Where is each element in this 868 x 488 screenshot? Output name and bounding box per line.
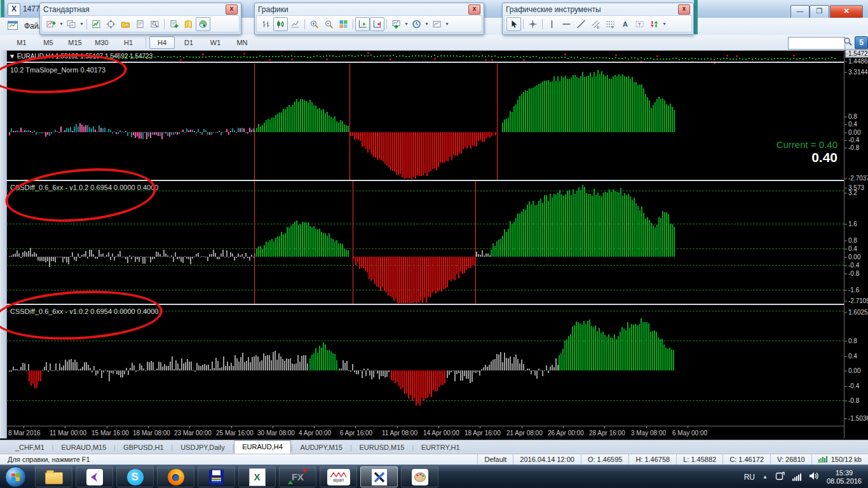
start-button[interactable] <box>5 466 26 487</box>
strategy-tester-icon[interactable] <box>147 17 162 31</box>
terminal-icon[interactable] <box>133 17 147 31</box>
tf-M5[interactable]: M5 <box>36 36 61 49</box>
tray-expand-icon[interactable]: ▲ <box>763 474 768 480</box>
taskbar-app-alpari[interactable]: alpari <box>320 466 357 487</box>
notification-badge[interactable]: 5 <box>855 36 868 50</box>
minimize-button[interactable]: — <box>790 5 810 18</box>
taskbar-app-aimp[interactable] <box>198 466 235 487</box>
language-indicator[interactable]: RU <box>744 473 755 482</box>
search-icon[interactable] <box>843 37 853 48</box>
status-profile[interactable]: Default <box>477 454 513 464</box>
tf-H4[interactable]: H4 <box>149 36 175 49</box>
price-scale[interactable]: 1.547231.448603.314420.80.40.00-0.4-0.8-… <box>844 50 868 438</box>
close-button[interactable]: ✕ <box>830 5 863 18</box>
histogram-bar <box>18 132 20 132</box>
tf-W1[interactable]: W1 <box>203 36 228 49</box>
toolbar-close-button[interactable]: x <box>678 4 690 15</box>
histogram-bar <box>217 257 218 259</box>
chart-tab-eurusd-m15[interactable]: EURUSD,M15 <box>352 442 412 454</box>
action-center-icon[interactable] <box>775 471 785 483</box>
dropdown-caret[interactable]: ▾ <box>403 21 409 27</box>
toolbar-close-button[interactable]: x <box>468 4 480 15</box>
indicator-panel-cssdiff-1[interactable]: CSSDiff_0.6_6xx - v1.0.2 0.6954 0.0000 0… <box>6 181 844 304</box>
chart-tab-usdjpy-daily[interactable]: USDJPY,Daily <box>173 442 233 454</box>
profiles-icon[interactable] <box>64 17 79 31</box>
indicators-icon[interactable] <box>389 17 403 31</box>
dropdown-caret[interactable]: ▾ <box>424 21 430 27</box>
chart-tab-euraud-m15[interactable]: EURAUD,M15 <box>53 442 114 454</box>
zoom-out-icon[interactable] <box>322 17 336 31</box>
cursor-icon[interactable] <box>506 17 521 31</box>
time-axis[interactable]: 8 Mar 201611 Mar 00:0015 Mar 16:0018 Mar… <box>6 426 844 439</box>
indicator-panel-tmaslope[interactable]: 10.2 TmaSlope_Norm 0.40173 Current = 0.4… <box>6 64 844 180</box>
toolbar-charts[interactable]: Графики x ▾ ▾ ▾ <box>254 3 484 35</box>
taskbar-app-kmplayer[interactable] <box>76 466 113 487</box>
tf-M15[interactable]: M15 <box>62 36 88 49</box>
new-order-icon[interactable] <box>166 17 181 31</box>
text-icon[interactable]: A <box>618 17 632 31</box>
favorites-folder-icon[interactable] <box>118 17 133 31</box>
periods-icon[interactable] <box>409 17 424 31</box>
line-chart-icon[interactable] <box>288 17 302 31</box>
toolbar-standard[interactable]: Стандартная x ▾ ▾ <box>39 3 241 35</box>
network-icon[interactable] <box>792 473 801 481</box>
firefox-icon <box>168 469 184 485</box>
taskbar-app-skype[interactable]: S <box>116 466 154 487</box>
chart-shift-icon[interactable] <box>370 17 384 31</box>
tf-D1[interactable]: D1 <box>176 36 201 49</box>
collapsed-price-chart[interactable]: ▼ EURAUD,H4 1.55102 1.55107 1.54692 1.54… <box>6 52 844 62</box>
tick-chart-icon[interactable] <box>89 17 104 31</box>
tf-H1[interactable]: H1 <box>116 36 141 49</box>
chart-tab-euraud-h4[interactable]: EURAUD,H4 <box>234 440 291 454</box>
search-input[interactable] <box>788 37 845 50</box>
sparkline-dot <box>110 57 111 58</box>
clock[interactable]: 15:39 08.05.2016 <box>827 469 862 485</box>
chart-tab-eurtry-h1[interactable]: EURTRY,H1 <box>414 442 468 454</box>
templates-icon[interactable] <box>430 17 444 31</box>
dropdown-caret[interactable]: ▾ <box>58 21 64 27</box>
panel-splitter[interactable] <box>6 62 868 63</box>
alerts-icon[interactable] <box>181 17 196 31</box>
chart-tab-audjpy-m15[interactable]: AUDJPY,M15 <box>292 442 349 454</box>
maximize-button[interactable]: ❐ <box>810 5 829 18</box>
zoom-in-icon[interactable] <box>307 17 322 31</box>
text-label-icon[interactable]: T <box>632 17 647 31</box>
toolbar-graphic-tools[interactable]: Графические инструменты x E F A T ▾ <box>502 3 694 35</box>
volume-icon[interactable] <box>809 471 819 483</box>
chart-tab-gbpusd-h1[interactable]: GBPUSD,H1 <box>116 442 172 454</box>
vertical-line-icon[interactable] <box>545 17 559 31</box>
fibonacci-retracement-icon[interactable]: F <box>603 17 618 31</box>
toolbar-close-button[interactable]: x <box>226 4 238 15</box>
equidistant-channel-icon[interactable]: E <box>588 17 603 31</box>
histogram-bar <box>321 232 322 257</box>
taskbar-app-forex-tester[interactable]: FX <box>279 466 316 487</box>
new-chart-icon[interactable] <box>44 17 58 31</box>
dropdown-caret[interactable]: ▾ <box>444 21 450 27</box>
crosshair-tool-icon[interactable] <box>526 17 540 31</box>
taskbar-app-metatrader[interactable] <box>360 466 398 487</box>
horizontal-line-icon[interactable] <box>559 17 574 31</box>
candlesticks-icon[interactable] <box>273 17 288 31</box>
taskbar-app-explorer[interactable] <box>35 466 72 487</box>
dropdown-caret[interactable]: ▾ <box>79 21 85 27</box>
trendline-icon[interactable] <box>574 17 588 31</box>
toolbar-charts-titlebar[interactable]: Графики x <box>255 3 484 15</box>
arrows-icon[interactable] <box>647 17 661 31</box>
crosshair-icon[interactable] <box>104 17 118 31</box>
dropdown-caret[interactable]: ▾ <box>661 21 667 27</box>
taskbar-app-excel[interactable]: X <box>238 466 276 487</box>
auto-scroll-icon[interactable] <box>355 17 370 31</box>
tf-M30[interactable]: M30 <box>89 36 114 49</box>
tile-windows-icon[interactable] <box>336 17 351 31</box>
toolbar-graphic-tools-titlebar[interactable]: Графические инструменты x <box>503 3 693 15</box>
tf-M1[interactable]: M1 <box>9 36 34 49</box>
taskbar-app-firefox[interactable] <box>157 466 194 487</box>
chart-tab--chf-m1[interactable]: _CHF,M1 <box>8 442 52 454</box>
bar-chart-icon[interactable] <box>259 17 273 31</box>
tf-MN[interactable]: MN <box>229 36 255 49</box>
mql5-community-icon[interactable] <box>196 17 210 31</box>
indicator-panel-cssdiff-2[interactable]: CSSDiff_0.6_6xx - v1.0.2 0.6954 0.0000 0… <box>6 305 844 426</box>
taskbar-app-paint[interactable] <box>401 466 438 487</box>
sparkline-dot <box>196 57 197 58</box>
toolbar-standard-titlebar[interactable]: Стандартная x <box>40 3 241 15</box>
